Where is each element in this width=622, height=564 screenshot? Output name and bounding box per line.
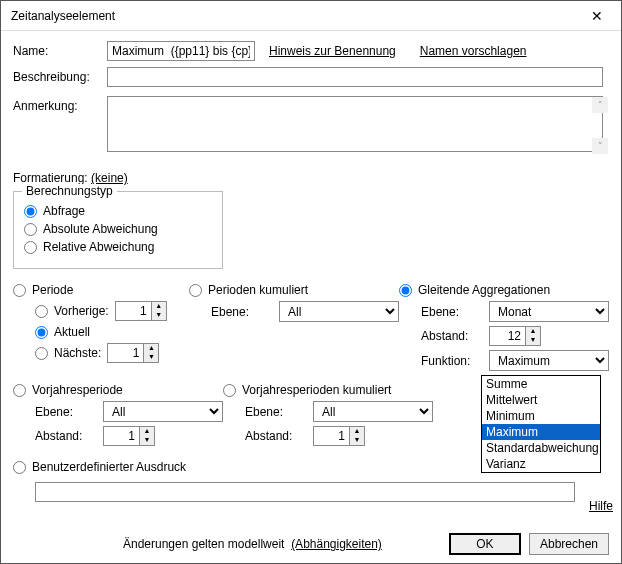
ebene-select-vjk[interactable]: All bbox=[313, 401, 433, 422]
dropdown-option[interactable]: Minimum bbox=[482, 408, 600, 424]
spin-down-icon[interactable]: ▼ bbox=[140, 436, 154, 445]
spin-vorherige[interactable] bbox=[115, 301, 151, 321]
radio-vorherige[interactable] bbox=[35, 305, 48, 318]
radio-gleitende[interactable] bbox=[399, 284, 412, 297]
spin-up-icon[interactable]: ▲ bbox=[350, 427, 364, 436]
annotation-label: Anmerkung: bbox=[13, 96, 107, 113]
ebene-label-vjk: Ebene: bbox=[245, 405, 305, 419]
abstand-label-vjk: Abstand: bbox=[245, 429, 305, 443]
ebene-label-vj: Ebene: bbox=[35, 405, 95, 419]
ebene-label: Ebene: bbox=[211, 305, 271, 319]
radio-periode-label: Periode bbox=[32, 283, 73, 297]
radio-naechste-label: Nächste: bbox=[54, 346, 101, 360]
spin-down-icon[interactable]: ▼ bbox=[350, 436, 364, 445]
radio-aktuell-label: Aktuell bbox=[54, 325, 90, 339]
radio-vorjahresperioden-kum[interactable] bbox=[223, 384, 236, 397]
spin-down-icon[interactable]: ▼ bbox=[526, 336, 540, 345]
ebene-label-gl: Ebene: bbox=[421, 305, 481, 319]
scroll-down-icon[interactable]: ˅ bbox=[592, 138, 608, 154]
close-icon[interactable]: ✕ bbox=[581, 5, 613, 27]
description-input[interactable] bbox=[107, 67, 603, 87]
spin-abstand-vj[interactable] bbox=[103, 426, 139, 446]
scroll-up-icon[interactable]: ˄ bbox=[592, 97, 608, 113]
abstand-label-vj: Abstand: bbox=[35, 429, 95, 443]
formatting-value-link[interactable]: (keine) bbox=[91, 171, 128, 185]
dependencies-link[interactable]: (Abhängigkeiten) bbox=[291, 537, 382, 551]
dropdown-option-selected[interactable]: Maximum bbox=[482, 424, 600, 440]
spin-abstand-vjk[interactable] bbox=[313, 426, 349, 446]
description-label: Beschreibung: bbox=[13, 67, 107, 84]
radio-relative[interactable] bbox=[24, 241, 37, 254]
spin-up-icon[interactable]: ▲ bbox=[152, 302, 166, 311]
radio-relative-label: Relative Abweichung bbox=[43, 240, 154, 254]
calc-type-legend: Berechnungstyp bbox=[22, 184, 117, 198]
spin-up-icon[interactable]: ▲ bbox=[144, 344, 158, 353]
radio-vorjahresperiode-label: Vorjahresperiode bbox=[32, 383, 123, 397]
spin-down-icon[interactable]: ▼ bbox=[152, 311, 166, 320]
spin-up-icon[interactable]: ▲ bbox=[526, 327, 540, 336]
dropdown-option[interactable]: Varianz bbox=[482, 456, 600, 472]
funktion-dropdown[interactable]: Summe Mittelwert Minimum Maximum Standar… bbox=[481, 375, 601, 473]
radio-aktuell[interactable] bbox=[35, 326, 48, 339]
funktion-select[interactable]: Maximum bbox=[489, 350, 609, 371]
radio-gleitende-label: Gleitende Aggregationen bbox=[418, 283, 550, 297]
radio-naechste[interactable] bbox=[35, 347, 48, 360]
funktion-label: Funktion: bbox=[421, 354, 481, 368]
radio-vorherige-label: Vorherige: bbox=[54, 304, 109, 318]
spin-naechste[interactable] bbox=[107, 343, 143, 363]
spin-down-icon[interactable]: ▼ bbox=[144, 353, 158, 362]
radio-perioden-kumuliert-label: Perioden kumuliert bbox=[208, 283, 308, 297]
dialog-title: Zeitanalyseelement bbox=[11, 9, 115, 23]
modelwide-note: Änderungen gelten modellweit bbox=[123, 537, 284, 551]
spin-up-icon[interactable]: ▲ bbox=[140, 427, 154, 436]
ebene-select-gl[interactable]: Monat bbox=[489, 301, 609, 322]
name-label: Name: bbox=[13, 41, 107, 58]
radio-perioden-kumuliert[interactable] bbox=[189, 284, 202, 297]
suggest-names-link[interactable]: Namen vorschlagen bbox=[420, 44, 527, 58]
naming-hint-link[interactable]: Hinweis zur Benennung bbox=[269, 44, 396, 58]
dropdown-option[interactable]: Mittelwert bbox=[482, 392, 600, 408]
abstand-label-gl: Abstand: bbox=[421, 329, 481, 343]
radio-abfrage[interactable] bbox=[24, 205, 37, 218]
radio-vorjahresperiode[interactable] bbox=[13, 384, 26, 397]
dropdown-option[interactable]: Summe bbox=[482, 376, 600, 392]
radio-user-expression-label: Benutzerdefinierter Ausdruck bbox=[32, 460, 186, 474]
help-link[interactable]: Hilfe bbox=[589, 499, 613, 513]
radio-user-expression[interactable] bbox=[13, 461, 26, 474]
ebene-select-vj[interactable]: All bbox=[103, 401, 223, 422]
spin-abstand-gl[interactable] bbox=[489, 326, 525, 346]
radio-absolute[interactable] bbox=[24, 223, 37, 236]
ok-button[interactable]: OK bbox=[449, 533, 521, 555]
cancel-button[interactable]: Abbrechen bbox=[529, 533, 609, 555]
formatting-label: Formatierung: bbox=[13, 171, 88, 185]
dropdown-option[interactable]: Standardabweichung bbox=[482, 440, 600, 456]
radio-vorjahresperioden-kum-label: Vorjahresperioden kumuliert bbox=[242, 383, 391, 397]
radio-absolute-label: Absolute Abweichung bbox=[43, 222, 158, 236]
radio-abfrage-label: Abfrage bbox=[43, 204, 85, 218]
annotation-input[interactable] bbox=[107, 96, 603, 152]
user-expression-input[interactable] bbox=[35, 482, 575, 502]
name-input[interactable] bbox=[107, 41, 255, 61]
radio-periode[interactable] bbox=[13, 284, 26, 297]
ebene-select-kum[interactable]: All bbox=[279, 301, 399, 322]
